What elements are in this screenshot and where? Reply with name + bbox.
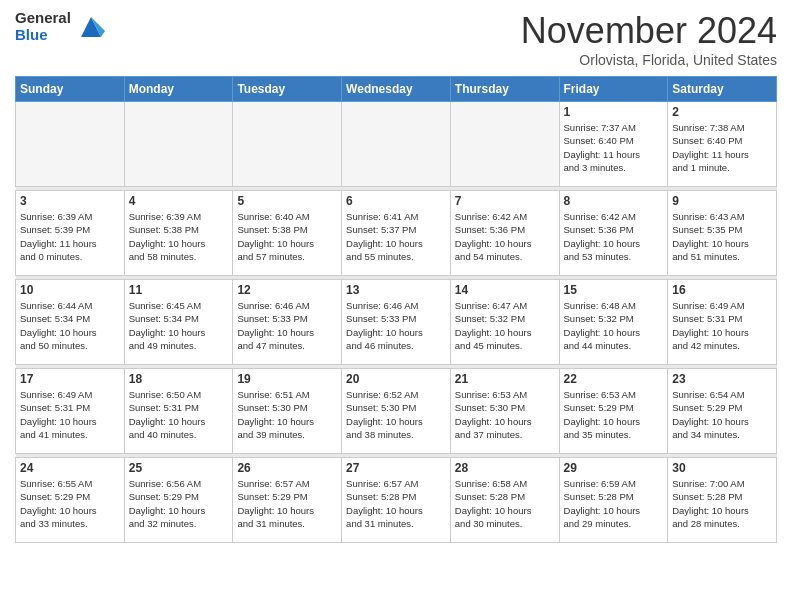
day-info: Sunrise: 6:55 AM Sunset: 5:29 PM Dayligh… [20, 477, 120, 530]
day-number: 4 [129, 194, 229, 208]
calendar-day-cell: 15Sunrise: 6:48 AM Sunset: 5:32 PM Dayli… [559, 280, 668, 365]
calendar-day-cell: 29Sunrise: 6:59 AM Sunset: 5:28 PM Dayli… [559, 458, 668, 543]
day-info: Sunrise: 6:49 AM Sunset: 5:31 PM Dayligh… [20, 388, 120, 441]
day-info: Sunrise: 6:53 AM Sunset: 5:29 PM Dayligh… [564, 388, 664, 441]
day-info: Sunrise: 6:46 AM Sunset: 5:33 PM Dayligh… [237, 299, 337, 352]
day-number: 11 [129, 283, 229, 297]
day-number: 15 [564, 283, 664, 297]
day-number: 7 [455, 194, 555, 208]
calendar-day-cell: 26Sunrise: 6:57 AM Sunset: 5:29 PM Dayli… [233, 458, 342, 543]
calendar-day-cell: 28Sunrise: 6:58 AM Sunset: 5:28 PM Dayli… [450, 458, 559, 543]
day-number: 27 [346, 461, 446, 475]
calendar-day-cell: 25Sunrise: 6:56 AM Sunset: 5:29 PM Dayli… [124, 458, 233, 543]
weekday-header: Saturday [668, 77, 777, 102]
calendar-day-cell: 8Sunrise: 6:42 AM Sunset: 5:36 PM Daylig… [559, 191, 668, 276]
calendar-day-cell [233, 102, 342, 187]
header: General Blue November 2024 Orlovista, Fl… [15, 10, 777, 68]
day-number: 22 [564, 372, 664, 386]
day-number: 10 [20, 283, 120, 297]
title-block: November 2024 Orlovista, Florida, United… [521, 10, 777, 68]
page: General Blue November 2024 Orlovista, Fl… [0, 0, 792, 553]
weekday-header: Sunday [16, 77, 125, 102]
weekday-header: Monday [124, 77, 233, 102]
day-info: Sunrise: 6:51 AM Sunset: 5:30 PM Dayligh… [237, 388, 337, 441]
day-info: Sunrise: 6:57 AM Sunset: 5:28 PM Dayligh… [346, 477, 446, 530]
calendar-day-cell [450, 102, 559, 187]
day-number: 14 [455, 283, 555, 297]
calendar-week-row: 10Sunrise: 6:44 AM Sunset: 5:34 PM Dayli… [16, 280, 777, 365]
day-number: 30 [672, 461, 772, 475]
day-info: Sunrise: 6:46 AM Sunset: 5:33 PM Dayligh… [346, 299, 446, 352]
calendar-week-row: 3Sunrise: 6:39 AM Sunset: 5:39 PM Daylig… [16, 191, 777, 276]
logo: General Blue [15, 10, 105, 43]
day-info: Sunrise: 6:57 AM Sunset: 5:29 PM Dayligh… [237, 477, 337, 530]
day-number: 6 [346, 194, 446, 208]
day-info: Sunrise: 6:53 AM Sunset: 5:30 PM Dayligh… [455, 388, 555, 441]
day-info: Sunrise: 6:58 AM Sunset: 5:28 PM Dayligh… [455, 477, 555, 530]
calendar-day-cell: 19Sunrise: 6:51 AM Sunset: 5:30 PM Dayli… [233, 369, 342, 454]
calendar-week-row: 1Sunrise: 7:37 AM Sunset: 6:40 PM Daylig… [16, 102, 777, 187]
day-info: Sunrise: 6:49 AM Sunset: 5:31 PM Dayligh… [672, 299, 772, 352]
calendar-day-cell: 9Sunrise: 6:43 AM Sunset: 5:35 PM Daylig… [668, 191, 777, 276]
calendar-day-cell [16, 102, 125, 187]
day-info: Sunrise: 6:42 AM Sunset: 5:36 PM Dayligh… [455, 210, 555, 263]
calendar-day-cell: 12Sunrise: 6:46 AM Sunset: 5:33 PM Dayli… [233, 280, 342, 365]
calendar-day-cell: 24Sunrise: 6:55 AM Sunset: 5:29 PM Dayli… [16, 458, 125, 543]
month-title: November 2024 [521, 10, 777, 52]
day-number: 17 [20, 372, 120, 386]
day-info: Sunrise: 6:56 AM Sunset: 5:29 PM Dayligh… [129, 477, 229, 530]
day-info: Sunrise: 7:38 AM Sunset: 6:40 PM Dayligh… [672, 121, 772, 174]
calendar-day-cell: 4Sunrise: 6:39 AM Sunset: 5:38 PM Daylig… [124, 191, 233, 276]
calendar-day-cell [124, 102, 233, 187]
calendar-day-cell: 20Sunrise: 6:52 AM Sunset: 5:30 PM Dayli… [342, 369, 451, 454]
logo-general: General [15, 10, 71, 27]
day-number: 16 [672, 283, 772, 297]
day-info: Sunrise: 7:00 AM Sunset: 5:28 PM Dayligh… [672, 477, 772, 530]
day-number: 24 [20, 461, 120, 475]
day-number: 23 [672, 372, 772, 386]
calendar-day-cell: 7Sunrise: 6:42 AM Sunset: 5:36 PM Daylig… [450, 191, 559, 276]
day-info: Sunrise: 6:43 AM Sunset: 5:35 PM Dayligh… [672, 210, 772, 263]
day-number: 18 [129, 372, 229, 386]
day-info: Sunrise: 6:39 AM Sunset: 5:39 PM Dayligh… [20, 210, 120, 263]
day-number: 26 [237, 461, 337, 475]
calendar-day-cell: 22Sunrise: 6:53 AM Sunset: 5:29 PM Dayli… [559, 369, 668, 454]
calendar-day-cell: 30Sunrise: 7:00 AM Sunset: 5:28 PM Dayli… [668, 458, 777, 543]
calendar-day-cell: 11Sunrise: 6:45 AM Sunset: 5:34 PM Dayli… [124, 280, 233, 365]
day-number: 8 [564, 194, 664, 208]
calendar-day-cell: 21Sunrise: 6:53 AM Sunset: 5:30 PM Dayli… [450, 369, 559, 454]
calendar-day-cell: 17Sunrise: 6:49 AM Sunset: 5:31 PM Dayli… [16, 369, 125, 454]
day-info: Sunrise: 6:50 AM Sunset: 5:31 PM Dayligh… [129, 388, 229, 441]
weekday-header: Thursday [450, 77, 559, 102]
calendar-day-cell: 14Sunrise: 6:47 AM Sunset: 5:32 PM Dayli… [450, 280, 559, 365]
day-number: 3 [20, 194, 120, 208]
day-info: Sunrise: 6:44 AM Sunset: 5:34 PM Dayligh… [20, 299, 120, 352]
day-number: 13 [346, 283, 446, 297]
day-number: 2 [672, 105, 772, 119]
calendar-day-cell: 23Sunrise: 6:54 AM Sunset: 5:29 PM Dayli… [668, 369, 777, 454]
day-info: Sunrise: 6:42 AM Sunset: 5:36 PM Dayligh… [564, 210, 664, 263]
calendar-day-cell: 5Sunrise: 6:40 AM Sunset: 5:38 PM Daylig… [233, 191, 342, 276]
day-info: Sunrise: 6:59 AM Sunset: 5:28 PM Dayligh… [564, 477, 664, 530]
day-info: Sunrise: 6:41 AM Sunset: 5:37 PM Dayligh… [346, 210, 446, 263]
weekday-header: Tuesday [233, 77, 342, 102]
calendar-day-cell: 3Sunrise: 6:39 AM Sunset: 5:39 PM Daylig… [16, 191, 125, 276]
calendar-day-cell: 10Sunrise: 6:44 AM Sunset: 5:34 PM Dayli… [16, 280, 125, 365]
calendar-day-cell: 2Sunrise: 7:38 AM Sunset: 6:40 PM Daylig… [668, 102, 777, 187]
day-number: 9 [672, 194, 772, 208]
day-info: Sunrise: 6:54 AM Sunset: 5:29 PM Dayligh… [672, 388, 772, 441]
calendar-day-cell: 6Sunrise: 6:41 AM Sunset: 5:37 PM Daylig… [342, 191, 451, 276]
day-number: 12 [237, 283, 337, 297]
day-info: Sunrise: 6:48 AM Sunset: 5:32 PM Dayligh… [564, 299, 664, 352]
calendar-week-row: 17Sunrise: 6:49 AM Sunset: 5:31 PM Dayli… [16, 369, 777, 454]
weekday-header: Friday [559, 77, 668, 102]
day-number: 25 [129, 461, 229, 475]
day-number: 20 [346, 372, 446, 386]
day-number: 28 [455, 461, 555, 475]
weekday-header: Wednesday [342, 77, 451, 102]
calendar-day-cell: 16Sunrise: 6:49 AM Sunset: 5:31 PM Dayli… [668, 280, 777, 365]
day-number: 5 [237, 194, 337, 208]
day-info: Sunrise: 6:47 AM Sunset: 5:32 PM Dayligh… [455, 299, 555, 352]
day-number: 21 [455, 372, 555, 386]
day-info: Sunrise: 6:52 AM Sunset: 5:30 PM Dayligh… [346, 388, 446, 441]
